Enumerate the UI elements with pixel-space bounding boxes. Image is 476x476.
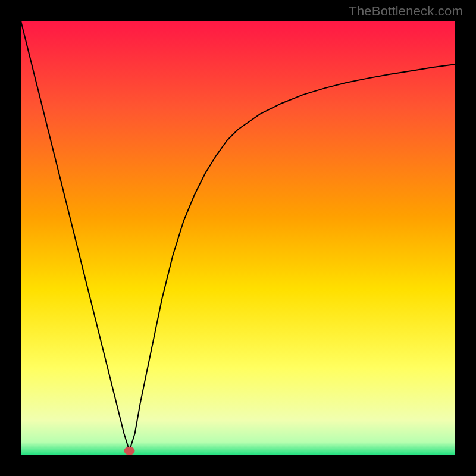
gradient-background — [21, 21, 455, 455]
chart-canvas — [21, 21, 455, 455]
chart-frame: TheBottleneck.com — [0, 0, 476, 476]
watermark-text: TheBottleneck.com — [349, 4, 463, 19]
optimal-marker — [124, 447, 135, 455]
plot-area — [21, 21, 455, 455]
